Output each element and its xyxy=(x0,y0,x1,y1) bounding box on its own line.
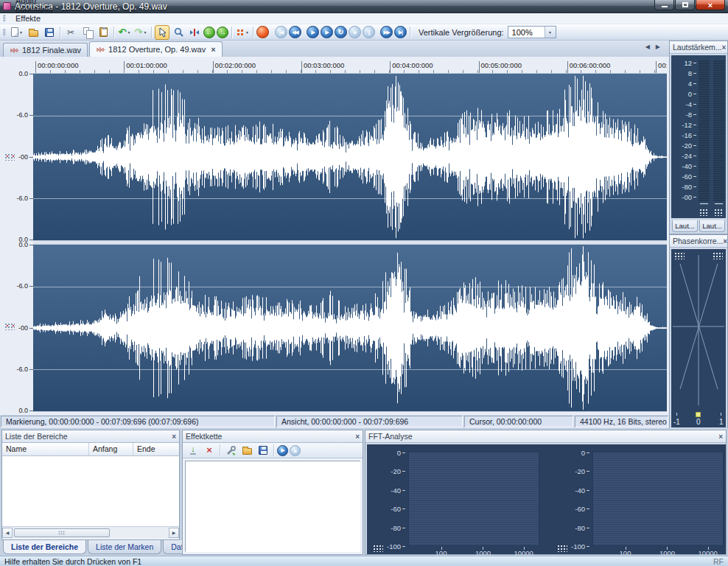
go-to-start-button[interactable]: |◀ xyxy=(275,26,287,38)
effect-properties-button[interactable] xyxy=(223,443,238,458)
minimize-button[interactable] xyxy=(654,0,674,10)
preview-play-button[interactable]: ▶ xyxy=(277,445,288,456)
meter-scale-label: 12 xyxy=(671,59,692,67)
undo-button[interactable]: ↶▼ xyxy=(117,25,132,40)
dock-tab-liste-der-marken[interactable]: Liste der Marken xyxy=(88,540,161,554)
open-file-button[interactable] xyxy=(26,25,41,40)
paste-icon xyxy=(99,27,108,37)
meter-scale-label: 4 xyxy=(671,80,692,88)
meter-tab-2[interactable]: Laut... xyxy=(699,220,725,232)
acoustica-window: Acoustica - 1812 Overture, Op. 49.wav × … xyxy=(0,0,728,566)
phase-panel-title: Phasenkorre... xyxy=(673,237,723,245)
regions-horizontal-scrollbar[interactable]: ◀ ▶ xyxy=(2,526,179,538)
record-button[interactable] xyxy=(256,26,269,38)
menu-lautst-rke[interactable]: Lautstärke xyxy=(9,5,72,14)
maximize-button[interactable] xyxy=(675,0,695,10)
grid-view-button[interactable]: ▼ xyxy=(235,25,250,40)
new-file-button[interactable]: ▼ xyxy=(10,25,24,40)
pause-button[interactable]: || xyxy=(363,26,375,38)
minimize-icon xyxy=(662,6,668,7)
amplitude-label-ch2: -6.0 xyxy=(0,366,28,373)
menu-audio[interactable]: Audio xyxy=(9,0,72,5)
panel-close-icon[interactable]: × xyxy=(172,433,176,441)
column-header-name[interactable]: Name xyxy=(2,443,89,455)
grid-dropdown-icon: ▼ xyxy=(245,30,249,35)
amplitude-label-ch2: -6.0 xyxy=(0,282,28,290)
fast-forward-button[interactable]: ▶▶ xyxy=(380,26,393,38)
time-ruler[interactable]: 00:00:00:00000:01:00:00000:02:00:00000:0… xyxy=(33,61,667,73)
amplitude-label-ch1: -6.0 xyxy=(0,111,28,119)
nav-forward-button[interactable]: → xyxy=(217,27,228,38)
phase-axis-label: 1 xyxy=(719,418,724,426)
column-header-ende[interactable]: Ende xyxy=(133,443,179,455)
tab-scroll-right-button[interactable]: ▶ xyxy=(656,43,660,50)
nav-back-button[interactable]: ← xyxy=(203,27,215,38)
cut-button[interactable]: ✂ xyxy=(63,25,78,40)
meter-tab-1[interactable]: Laut... xyxy=(672,220,698,232)
meter-handle[interactable] xyxy=(699,209,709,216)
preview-stop-button[interactable]: ■ xyxy=(290,445,301,456)
paste-button[interactable] xyxy=(96,25,111,40)
ruler-tick-label: 00:06:00:000 xyxy=(570,61,610,69)
remove-effect-icon: × xyxy=(206,446,212,455)
redo-button[interactable]: ↷▼ xyxy=(133,25,148,40)
add-effect-button[interactable]: ↓ xyxy=(186,443,200,458)
stop-button[interactable]: ■ xyxy=(349,26,361,38)
fft-y-label: -80 xyxy=(559,524,585,532)
redo-icon: ↷ xyxy=(135,27,143,37)
scrollbar-thumb[interactable] xyxy=(14,528,110,537)
document-tab-bar: 1812 Finale.wav 1812 Overture, Op. 49.wa… xyxy=(0,41,669,57)
panel-close-icon[interactable]: × xyxy=(723,237,727,245)
tab-scroll-left-button[interactable]: ◀ xyxy=(645,43,650,50)
vertical-zoom-select[interactable]: 100% ▼ xyxy=(508,26,556,38)
copy-button[interactable] xyxy=(80,25,94,40)
scrub-tool-button[interactable] xyxy=(187,25,202,40)
regions-panel-title: Liste der Bereiche xyxy=(5,432,68,441)
remove-effect-button[interactable]: × xyxy=(202,443,217,458)
meter-scale-label: -20 xyxy=(671,142,692,150)
stop-icon: ■ xyxy=(294,448,296,453)
play-icon: ▶ xyxy=(312,29,315,35)
fft-y-tick xyxy=(402,528,405,528)
regions-table-body[interactable] xyxy=(2,456,179,526)
effect-chain-list[interactable] xyxy=(185,461,360,552)
close-button[interactable]: × xyxy=(696,0,725,10)
scroll-right-button[interactable]: ▶ xyxy=(169,528,179,538)
channel1-drag-handle[interactable] xyxy=(4,153,15,161)
panel-close-icon[interactable]: × xyxy=(718,433,723,441)
meter-bar-left xyxy=(699,60,710,201)
fft-panel-titlebar: FFT-Analyse × xyxy=(365,430,726,443)
menu-effekte[interactable]: Effekte xyxy=(9,14,72,23)
menu-bar: DateiBearbeitenAnsichtAudioLautstärkeEff… xyxy=(0,13,728,24)
channel2-drag-handle[interactable] xyxy=(4,323,15,330)
fft-y-tick xyxy=(402,490,405,491)
save-button[interactable] xyxy=(42,25,57,40)
save-chain-button[interactable] xyxy=(256,443,270,458)
status-view: Ansicht, 00:00:00:000 - 00:07:09:696 xyxy=(276,416,463,427)
column-header-anfang[interactable]: Anfang xyxy=(89,443,133,455)
meter-handle[interactable] xyxy=(714,209,724,216)
tab-label: 1812 Finale.wav xyxy=(22,46,81,55)
regions-table-header: Name Anfang Ende xyxy=(2,443,179,456)
panel-close-icon[interactable]: × xyxy=(355,433,360,441)
fft-y-tick xyxy=(587,546,589,547)
effects-panel-title: Effektkette xyxy=(186,432,222,441)
zoom-tool-button[interactable] xyxy=(171,25,186,40)
rewind-button[interactable]: ◀◀ xyxy=(289,26,301,38)
stereo-waveform-display[interactable] xyxy=(33,73,667,412)
load-chain-button[interactable] xyxy=(239,443,254,458)
tab-1812-overture[interactable]: 1812 Overture, Op. 49.wav × xyxy=(89,41,223,57)
tab-1812-finale[interactable]: 1812 Finale.wav xyxy=(3,43,88,57)
dock-tab-liste-der-bereiche[interactable]: Liste der Bereiche xyxy=(3,540,86,554)
loop-playback-button[interactable]: ↻ xyxy=(335,26,347,38)
pause-icon: || xyxy=(368,29,370,35)
play-selection-button[interactable]: ▶ xyxy=(321,26,333,38)
tab-close-icon[interactable]: × xyxy=(211,46,215,53)
ruler-tick xyxy=(124,61,125,73)
select-tool-button[interactable] xyxy=(155,25,169,40)
panel-close-icon[interactable]: × xyxy=(722,43,727,52)
play-button[interactable]: ▶ xyxy=(307,26,319,38)
phase-panel-titlebar: Phasenkorre... × xyxy=(670,235,727,248)
scroll-left-button[interactable]: ◀ xyxy=(2,528,13,538)
go-to-end-button[interactable]: ▶| xyxy=(394,26,407,38)
